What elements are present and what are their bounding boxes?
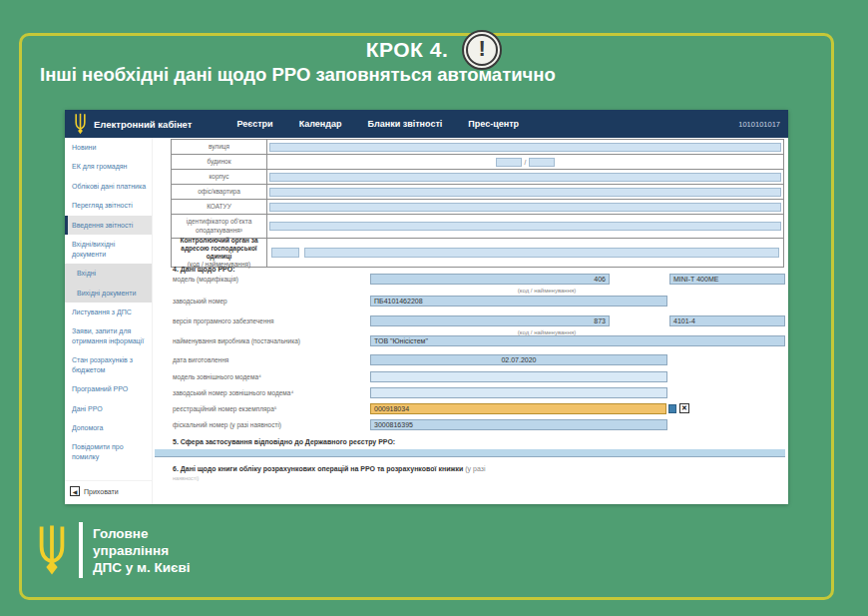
divider (79, 522, 83, 578)
software-version-code-field[interactable]: 873 (370, 315, 610, 326)
software-version-name-field[interactable]: 4101-4 (669, 315, 785, 326)
clear-field-icon[interactable]: ✕ (679, 403, 689, 413)
sidebar-item-correspondence[interactable]: Листування з ДПС (65, 303, 152, 321)
portal-header: Електронний кабінет Реєстри Календар Бла… (65, 110, 788, 138)
sidebar-item-news[interactable]: Новини (65, 138, 152, 157)
sidebar-collapse-button[interactable]: ◀ Приховати (65, 480, 152, 504)
registration-number-field[interactable]: 000918034 (370, 403, 666, 414)
model-code-field[interactable]: 406 (370, 274, 610, 285)
address-table: вулиця будинок / корпус (171, 139, 784, 268)
registration-number-label: реєстраційний номер екземпляра⁵ (173, 405, 362, 412)
portal-brand[interactable]: Електронний кабінет (94, 119, 192, 130)
menu-item-press-center[interactable]: Прес-центр (468, 119, 519, 129)
org-name: Головне управління ДПС у м. Києві (93, 525, 191, 576)
sidebar-item-taxpayer-data[interactable]: Облікові дані платника (65, 177, 152, 196)
sidebar-item-ek-citizens[interactable]: ЕК для громадян (65, 157, 152, 176)
table-row-street: вулиця (172, 140, 783, 155)
model-name-field[interactable]: MINI-T 400ME (669, 274, 785, 285)
portal-screenshot: Електронний кабінет Реєстри Календар Бла… (65, 110, 788, 504)
sidebar-item-software-rro[interactable]: Програмний РРО (65, 379, 152, 398)
lookup-icon[interactable] (668, 404, 676, 413)
sidebar-item-inbox[interactable]: Вхідні (65, 264, 152, 283)
sidebar-item-inbox-outbox[interactable]: Вхідні/вихідні документи (65, 235, 152, 264)
collapse-arrow-icon: ◀ (70, 486, 80, 496)
building-field[interactable] (496, 158, 522, 167)
sidebar-item-budget-settlements[interactable]: Стан розрахунків з бюджетом (65, 350, 152, 379)
building-field-2[interactable] (529, 158, 555, 167)
menu-item-report-forms[interactable]: Бланки звітності (368, 119, 443, 129)
manufacture-date-field[interactable]: 02.07.2020 (370, 354, 667, 365)
section6-title: 6. Дані щодо книги обліку розрахункових … (173, 465, 771, 472)
section4-title: 4. Дані щодо РРО: (173, 266, 234, 273)
modem-model-field[interactable] (370, 371, 667, 382)
form-content: вулиця будинок / корпус (153, 138, 788, 504)
trident-logo-icon-large (35, 521, 69, 579)
sidebar-item-enter-reports-active[interactable]: Введення звітності (65, 216, 152, 235)
trident-logo-icon (73, 113, 88, 135)
office-field[interactable] (269, 188, 781, 197)
authority-name-field[interactable] (304, 248, 779, 258)
block-field[interactable] (269, 173, 781, 182)
serial-number-label: заводський номер (173, 298, 362, 305)
table-row-block: корпус (172, 170, 783, 185)
user-id: 1010101017 (738, 120, 780, 129)
sidebar: Новини ЕК для громадян Облікові дані пла… (65, 138, 153, 504)
object-id-field[interactable] (269, 222, 781, 231)
step-title: КРОК 4. (366, 38, 449, 62)
step-subtitle: Інші необхідні дані щодо РРО заповняться… (40, 64, 828, 86)
sidebar-item-view-reports[interactable]: Перегляд звітності (65, 196, 152, 215)
authority-code-field[interactable] (271, 248, 299, 258)
table-row-object-id: ідентифікатор об'єкта оподаткування³ (172, 215, 783, 239)
software-version-label: версія програмного забезпечення (173, 317, 362, 324)
fiscal-number-field[interactable]: 3000816395 (370, 419, 667, 430)
manufacturer-label: найменування виробника (постачальника) (173, 337, 362, 344)
serial-number-field[interactable]: ПБ4101462208 (370, 296, 667, 307)
menu-item-registries[interactable]: Реєстри (236, 119, 272, 129)
sidebar-item-requests[interactable]: Заяви, запити для отримання інформації (65, 321, 152, 350)
modem-serial-field[interactable] (370, 387, 667, 398)
modem-model-label: модель зовнішнього модема⁴ (173, 373, 362, 380)
fiscal-number-label: фіскальний номер (у разі наявності) (173, 421, 362, 428)
section5-title: 5. Сфера застосування відповідно до Держ… (173, 438, 395, 445)
portal-menu: Реєстри Календар Бланки звітності Прес-ц… (236, 119, 519, 129)
section5-field[interactable] (155, 449, 785, 457)
manufacturer-field[interactable]: ТОВ "Юнісістем" (370, 335, 785, 346)
menu-item-calendar[interactable]: Календар (299, 119, 342, 129)
table-row-office: офіс/квартира (172, 185, 783, 200)
koatuu-field[interactable] (269, 203, 781, 212)
sidebar-item-outbox[interactable]: Вихідні документи (65, 284, 152, 303)
model-label: модель (модифікація) (173, 276, 362, 283)
table-row-controlling-authority: Контролюючий орган за адресою господарсь… (172, 239, 783, 267)
sidebar-item-rro-data[interactable]: Дані РРО (65, 399, 152, 418)
manufacture-date-label: дата виготовлення (173, 356, 362, 363)
collapse-label: Приховати (84, 488, 119, 495)
sidebar-item-report-error[interactable]: Повідомити про помилку (65, 437, 152, 466)
table-row-koatuu: КОАТУУ (172, 200, 783, 215)
section6-title-continued: наявності) (173, 475, 199, 481)
sidebar-item-help[interactable]: Допомога (65, 418, 152, 437)
table-row-building: будинок / (172, 155, 783, 170)
street-field[interactable] (269, 143, 781, 152)
code-name-note: (код / найменування) (482, 288, 612, 294)
footer-org-block: Головне управління ДПС у м. Києві (35, 521, 191, 579)
modem-serial-label: заводський номер зовнішнього модема⁴ (173, 389, 362, 396)
